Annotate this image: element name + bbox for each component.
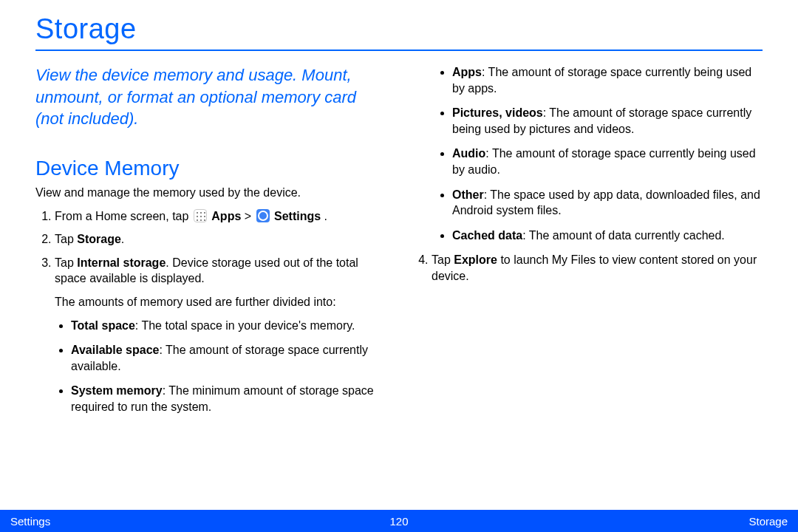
bullet-label: Other bbox=[452, 188, 484, 201]
list-item: Available space: The amount of storage s… bbox=[71, 342, 386, 374]
step-3-prefix: Tap bbox=[55, 256, 77, 269]
bullet-desc: : The amount of storage space currently … bbox=[452, 66, 751, 95]
bullet-desc: : The amount of data currently cached. bbox=[522, 229, 725, 242]
step-4-prefix: Tap bbox=[432, 253, 454, 266]
steps-list-right: Tap Explore to launch My Files to view c… bbox=[412, 252, 763, 284]
bullet-label: Total space bbox=[71, 319, 135, 332]
step-4: Tap Explore to launch My Files to view c… bbox=[432, 252, 763, 284]
bullet-desc: : The space used by app data, downloaded… bbox=[452, 188, 760, 217]
step-3: Tap Internal storage. Device storage use… bbox=[55, 255, 386, 415]
list-item: Other: The space used by app data, downl… bbox=[452, 187, 763, 219]
step-4-bold: Explore bbox=[454, 253, 497, 266]
bullets-left: Total space: The total space in your dev… bbox=[55, 318, 386, 415]
step-3-bold: Internal storage bbox=[77, 256, 166, 269]
bullet-label: Available space bbox=[71, 344, 159, 356]
bullet-label: Pictures, videos bbox=[452, 106, 543, 119]
right-column: Apps: The amount of storage space curren… bbox=[412, 64, 763, 424]
step-2-prefix: Tap bbox=[55, 233, 77, 245]
section-heading: Device Memory bbox=[35, 157, 386, 180]
bullet-desc: : The total space in your device's memor… bbox=[135, 319, 355, 332]
bullet-label: Cached data bbox=[452, 229, 522, 242]
left-column: View the device memory and usage. Mount,… bbox=[35, 64, 386, 424]
steps-list-left: From a Home screen, tap Apps > Settings … bbox=[35, 208, 386, 415]
list-item: Total space: The total space in your dev… bbox=[71, 318, 386, 334]
apps-icon bbox=[194, 209, 207, 222]
step-1-apps: Apps bbox=[211, 210, 241, 222]
list-item: Cached data: The amount of data currentl… bbox=[452, 228, 763, 244]
list-item: Pictures, videos: The amount of storage … bbox=[452, 105, 763, 137]
list-item: Audio: The amount of storage space curre… bbox=[452, 146, 763, 177]
step-1-settings: Settings bbox=[274, 210, 321, 222]
footer-left: Settings bbox=[10, 515, 50, 528]
bullet-desc: : The amount of storage space currently … bbox=[452, 147, 756, 176]
step-2: Tap Storage. bbox=[55, 231, 386, 248]
bullet-label: Apps bbox=[452, 66, 482, 78]
content-area: Storage View the device memory and usage… bbox=[0, 0, 798, 424]
list-item: Apps: The amount of storage space curren… bbox=[452, 64, 763, 96]
step-1-gt: > bbox=[241, 210, 254, 222]
step-2-suffix: . bbox=[121, 233, 124, 245]
footer-right: Storage bbox=[748, 515, 788, 528]
step-1-suffix: . bbox=[321, 210, 327, 222]
page-title: Storage bbox=[35, 13, 763, 45]
step-2-bold: Storage bbox=[77, 233, 121, 245]
footer-bar: Settings 120 Storage bbox=[0, 510, 798, 532]
settings-icon bbox=[256, 209, 270, 222]
step-1-prefix: From a Home screen, tap bbox=[55, 210, 192, 222]
bullet-label: System memory bbox=[71, 384, 163, 397]
page: Storage View the device memory and usage… bbox=[0, 0, 798, 532]
columns: View the device memory and usage. Mount,… bbox=[35, 64, 763, 424]
section-intro: View and manage the memory used by the d… bbox=[35, 185, 386, 201]
list-item: System memory: The minimum amount of sto… bbox=[71, 383, 386, 415]
step-1: From a Home screen, tap Apps > Settings … bbox=[55, 208, 386, 225]
intro-text: View the device memory and usage. Mount,… bbox=[35, 64, 386, 130]
step-3-para: The amounts of memory used are further d… bbox=[55, 294, 386, 310]
title-rule bbox=[35, 50, 763, 51]
bullet-label: Audio bbox=[452, 147, 485, 160]
bullets-right: Apps: The amount of storage space curren… bbox=[412, 64, 763, 243]
footer-page-number: 120 bbox=[389, 515, 408, 528]
